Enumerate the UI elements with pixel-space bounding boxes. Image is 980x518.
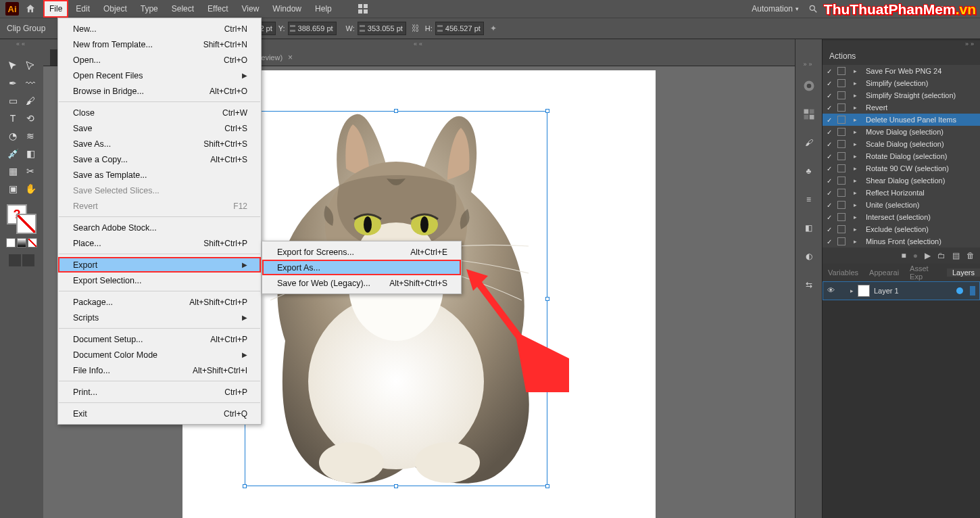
- action-toggle-icon[interactable]: [827, 140, 835, 148]
- action-dialog-icon[interactable]: [837, 189, 846, 197]
- color-mode-swatches[interactable]: [6, 238, 37, 248]
- artboard-tool-icon[interactable]: ▣: [4, 180, 22, 197]
- fill-stroke-swatch[interactable]: ?: [7, 204, 36, 234]
- gradient-tool-icon[interactable]: ▦: [4, 162, 22, 180]
- paintbrush-tool-icon[interactable]: 🖌: [22, 92, 39, 110]
- symbols-panel-icon[interactable]: ♣: [802, 164, 816, 179]
- menu-type[interactable]: Type: [134, 0, 164, 18]
- action-expand-icon[interactable]: ▸: [854, 177, 859, 184]
- file-menu-item[interactable]: CloseCtrl+W: [58, 105, 261, 120]
- file-menu-item[interactable]: SaveCtrl+S: [58, 120, 261, 136]
- action-toggle-icon[interactable]: [827, 152, 835, 160]
- action-toggle-icon[interactable]: [827, 79, 835, 87]
- shape-builder-tool-icon[interactable]: ◔: [4, 127, 22, 145]
- action-row[interactable]: ▸Move Dialog (selection): [823, 126, 980, 138]
- record-icon[interactable]: ●: [913, 251, 918, 260]
- draw-mode-buttons[interactable]: [9, 254, 34, 266]
- layer-name[interactable]: Layer 1: [874, 287, 899, 295]
- action-dialog-icon[interactable]: [837, 103, 846, 112]
- action-expand-icon[interactable]: ▸: [854, 80, 859, 87]
- file-menu-item[interactable]: New from Template...Shift+Ctrl+N: [58, 37, 261, 52]
- file-menu-item[interactable]: Save As...Shift+Ctrl+S: [58, 136, 261, 151]
- action-row[interactable]: ▸Simplify (selection): [823, 77, 980, 89]
- tab-variables[interactable]: Variables: [823, 268, 864, 277]
- width-tool-icon[interactable]: ≋: [22, 127, 39, 145]
- hand-tool-icon[interactable]: ✋: [22, 180, 39, 197]
- new-set-icon[interactable]: 🗀: [937, 251, 946, 260]
- action-toggle-icon[interactable]: [827, 176, 835, 185]
- arrange-documents-icon[interactable]: [357, 3, 369, 15]
- action-toggle-icon[interactable]: [827, 91, 835, 99]
- action-dialog-icon[interactable]: [837, 164, 846, 172]
- delete-icon[interactable]: 🗑: [966, 251, 975, 260]
- action-toggle-icon[interactable]: [827, 116, 835, 124]
- action-expand-icon[interactable]: ▸: [854, 116, 859, 123]
- menu-effect[interactable]: Effect: [201, 0, 234, 18]
- action-dialog-icon[interactable]: [837, 140, 846, 148]
- color-panel-icon[interactable]: [802, 78, 816, 93]
- action-expand-icon[interactable]: ▸: [854, 92, 859, 99]
- tab-layers[interactable]: Layers: [947, 268, 980, 277]
- action-expand-icon[interactable]: ▸: [854, 165, 859, 172]
- action-expand-icon[interactable]: ▸: [854, 238, 859, 245]
- action-toggle-icon[interactable]: [827, 164, 835, 172]
- menu-file[interactable]: File: [43, 0, 68, 18]
- panel-grip-icon[interactable]: »»: [800, 61, 818, 66]
- action-row[interactable]: ▸Minus Front (selection): [823, 235, 980, 248]
- action-toggle-icon[interactable]: [827, 225, 835, 233]
- direct-selection-tool-icon[interactable]: [22, 57, 39, 74]
- target-icon[interactable]: [956, 287, 963, 294]
- action-row[interactable]: ▸Scale Dialog (selection): [823, 138, 980, 150]
- scissors-tool-icon[interactable]: ✂: [22, 162, 39, 180]
- menu-help[interactable]: Help: [309, 0, 338, 18]
- action-row[interactable]: ▸Rotate 90 CW (selection): [823, 162, 980, 174]
- layer-row[interactable]: ▸ Layer 1: [823, 281, 980, 300]
- file-menu-item[interactable]: Export Selection...: [58, 273, 261, 288]
- tab-close-icon[interactable]: ×: [288, 53, 293, 62]
- action-dialog-icon[interactable]: [837, 213, 846, 221]
- action-dialog-icon[interactable]: [837, 79, 846, 87]
- file-menu-item[interactable]: Print...Ctrl+P: [58, 384, 261, 400]
- action-toggle-icon[interactable]: [827, 128, 835, 136]
- menu-select[interactable]: Select: [166, 0, 200, 18]
- align-panel-icon[interactable]: ⇆: [802, 277, 816, 292]
- action-dialog-icon[interactable]: [837, 152, 846, 160]
- file-menu-item[interactable]: Export▶: [58, 257, 261, 273]
- file-menu-item[interactable]: Document Color Mode▶: [58, 347, 261, 362]
- file-menu-item[interactable]: ExitCtrl+Q: [58, 406, 261, 421]
- file-menu-item[interactable]: Scripts▶: [58, 310, 261, 325]
- window-close-icon[interactable]: ✕: [957, 0, 980, 18]
- window-minimize-icon[interactable]: —: [908, 0, 931, 18]
- play-icon[interactable]: ▶: [925, 251, 931, 260]
- menu-object[interactable]: Object: [97, 0, 133, 18]
- visibility-icon[interactable]: [827, 286, 837, 296]
- link-wh-icon[interactable]: ⛓: [409, 22, 422, 35]
- layer-expand-icon[interactable]: ▸: [850, 287, 854, 294]
- action-expand-icon[interactable]: ▸: [854, 153, 859, 160]
- transparency-panel-icon[interactable]: ◐: [802, 249, 816, 264]
- action-toggle-icon[interactable]: [827, 213, 835, 221]
- action-row[interactable]: ▸Unite (selection): [823, 199, 980, 211]
- action-row[interactable]: ▸Revert: [823, 101, 980, 114]
- menu-view[interactable]: View: [236, 0, 266, 18]
- action-expand-icon[interactable]: ▸: [854, 226, 859, 233]
- action-expand-icon[interactable]: ▸: [854, 202, 859, 208]
- window-maximize-icon[interactable]: ☐: [933, 0, 956, 18]
- export-menu-item[interactable]: Save for Web (Legacy)...Alt+Shift+Ctrl+S: [262, 275, 461, 291]
- file-menu-item[interactable]: Save a Copy...Alt+Ctrl+S: [58, 151, 261, 167]
- action-dialog-icon[interactable]: [837, 116, 846, 124]
- action-dialog-icon[interactable]: [837, 201, 846, 209]
- tab-appearance[interactable]: Appearai: [864, 268, 904, 277]
- action-row[interactable]: ▸Simplify Straight (selection): [823, 89, 980, 101]
- curvature-tool-icon[interactable]: 〰: [22, 74, 39, 92]
- shape-options-icon[interactable]: ✦: [487, 22, 500, 35]
- file-menu-item[interactable]: Open...Ctrl+O: [58, 52, 261, 68]
- rotate-tool-icon[interactable]: ⟲: [22, 110, 39, 127]
- file-menu-item[interactable]: New...Ctrl+N: [58, 21, 261, 37]
- gradient-panel-icon[interactable]: ◧: [802, 220, 816, 235]
- file-menu-item[interactable]: Search Adobe Stock...: [58, 220, 261, 235]
- panel-grip-icon[interactable]: ««: [12, 41, 31, 46]
- file-menu-item[interactable]: Browse in Bridge...Alt+Ctrl+O: [58, 83, 261, 99]
- menu-edit[interactable]: Edit: [70, 0, 96, 18]
- brushes-panel-icon[interactable]: 🖌: [802, 135, 816, 150]
